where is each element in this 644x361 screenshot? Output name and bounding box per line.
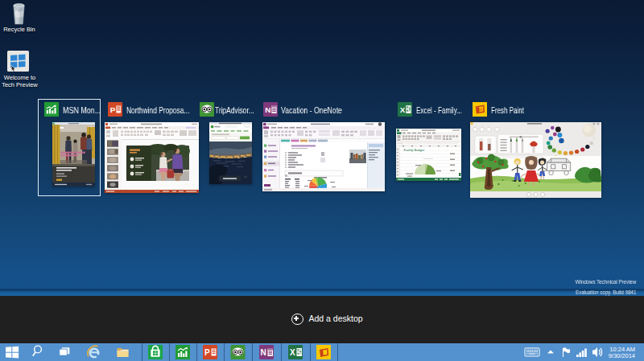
svg-text:N: N (261, 348, 266, 357)
svg-text:P: P (204, 348, 210, 357)
svg-text:X: X (400, 105, 406, 114)
svg-text:N: N (265, 105, 270, 114)
svg-text:Family Budget: Family Budget (404, 148, 425, 152)
svg-text:X: X (290, 348, 295, 357)
svg-text:Categories: Categories (423, 158, 433, 160)
svg-text:P: P (109, 105, 115, 114)
